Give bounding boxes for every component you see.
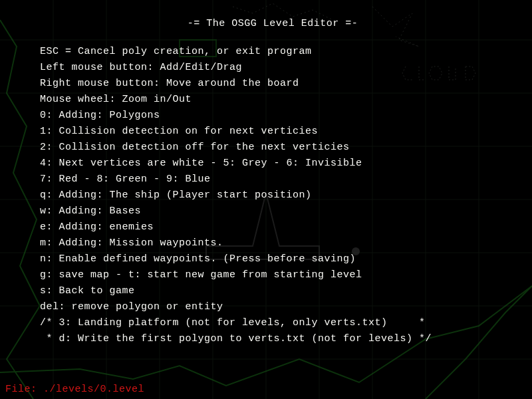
file-status: File: ./levels/0.level	[5, 384, 144, 395]
help-line: /* 3: Landing platform (not for levels, …	[40, 315, 505, 331]
help-line: 4: Next vertices are white - 5: Grey - 6…	[40, 156, 505, 172]
help-line: 7: Red - 8: Green - 9: Blue	[40, 172, 505, 188]
help-line: s: Back to game	[40, 283, 505, 299]
help-line: Left mouse button: Add/Edit/Drag	[40, 60, 505, 76]
help-panel: -= The OSGG Level Editor =- ESC = Cancel…	[40, 16, 505, 347]
help-line: * d: Write the first polygon to verts.tx…	[40, 331, 505, 347]
help-line: n: Enable defined waypoints. (Press befo…	[40, 251, 505, 267]
help-line: q: Adding: The ship (Player start positi…	[40, 188, 505, 203]
help-line: ESC = Cancel poly creation, or exit prog…	[40, 44, 505, 60]
help-line: w: Adding: Bases	[40, 203, 505, 219]
help-line: m: Adding: Mission waypoints.	[40, 235, 505, 251]
help-line: 0: Adding: Polygons	[40, 108, 505, 124]
help-line: 1: Collision detection on for next verti…	[40, 124, 505, 140]
help-line: Mouse wheel: Zoom in/Out	[40, 92, 505, 108]
help-line: e: Adding: enemies	[40, 219, 505, 235]
help-lines-container: ESC = Cancel poly creation, or exit prog…	[40, 44, 505, 347]
help-line: del: remove polygon or entity	[40, 299, 505, 315]
help-line: Right mouse button: Move around the boar…	[40, 76, 505, 92]
help-line: g: save map - t: start new game from sta…	[40, 267, 505, 283]
editor-title: -= The OSGG Level Editor =-	[40, 16, 505, 32]
editor-viewport[interactable]: -= The OSGG Level Editor =- ESC = Cancel…	[0, 0, 532, 399]
help-line: 2: Collision detection off for the next …	[40, 140, 505, 156]
